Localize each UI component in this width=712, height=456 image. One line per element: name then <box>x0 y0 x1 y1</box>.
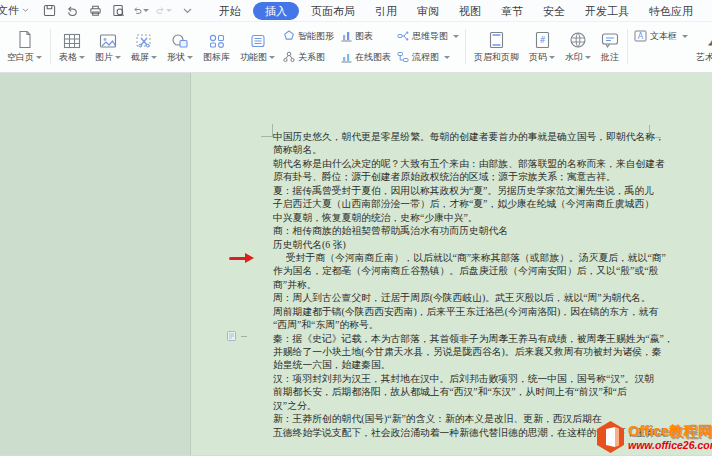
watermark-button[interactable]: 水印 <box>560 24 596 69</box>
office-hexagon-icon <box>595 420 626 454</box>
chevron-down-icon <box>682 35 688 38</box>
logo-url: www.office26.com <box>628 440 712 451</box>
header-footer-button[interactable]: 页眉和页脚 <box>469 24 524 69</box>
doc-line[interactable]: 秦：据《史记》记载，本为古部落，其首领非子为周孝王养马有成绩，被周孝王赐姓为“嬴… <box>273 332 693 345</box>
relation-diagram-button[interactable]: 关系图 <box>280 48 337 67</box>
header-footer-icon <box>489 31 504 49</box>
tab-审阅[interactable]: 审阅 <box>407 2 449 20</box>
mind-map-icon <box>397 30 409 42</box>
document-text: 中国历史悠久，朝代更是零星纷繁。每朝的创建者要首办的事就是确立国号，即朝代名称，… <box>273 130 693 439</box>
doc-line[interactable]: 作为国名，定都亳（今河南商丘谷熟镇）。后盘庚迁殷（今河南安阳）后，又以“殷”或“… <box>273 264 693 277</box>
doc-line[interactable]: 简称朝名。 <box>273 143 693 156</box>
file-menu-label: 文件 <box>0 3 19 18</box>
table-button[interactable]: 表格 <box>54 24 90 69</box>
word-art-button[interactable]: A 艺术字 <box>691 24 712 69</box>
doc-line[interactable]: 前期都长安，后期都洛阳，故从都城上有“西汉”和“东汉”，从时间上有“前汉”和“后 <box>273 385 693 398</box>
redo-dropdown-caret[interactable] <box>166 9 172 12</box>
ribbon-separator <box>465 29 466 64</box>
function-diagram-icon <box>249 33 267 49</box>
quick-access-toolbar <box>41 3 195 19</box>
undo-button[interactable] <box>133 3 149 19</box>
doc-line[interactable]: 汉”之分。 <box>273 399 693 412</box>
doc-line[interactable]: 历史朝代名(6 张) <box>273 238 693 251</box>
doc-line[interactable]: 始皇统一六国，始建秦国。 <box>273 358 693 371</box>
page-number-button[interactable]: # 页码 <box>524 24 560 69</box>
chevron-down-icon <box>183 8 192 14</box>
smart-graphics-button[interactable]: 智能图形 <box>280 27 337 46</box>
revision-margin-marker[interactable] <box>227 331 247 341</box>
relation-diagram-label: 关系图 <box>298 51 325 64</box>
stack-spacer <box>631 48 691 67</box>
mind-map-button[interactable]: 思维导图 <box>394 27 462 46</box>
export-icon <box>66 4 79 17</box>
doc-line[interactable]: “西周”和“东周”的称号。 <box>273 318 693 331</box>
textbox-stack: A 文本框 <box>631 24 691 69</box>
customize-toolbar-button[interactable] <box>179 3 195 19</box>
tab-页面布局[interactable]: 页面布局 <box>301 2 365 20</box>
word-art-label: 艺术字 <box>696 51 712 64</box>
doc-line[interactable]: 夏：据传禹曾受封于夏伯，因用以称其政权为“夏”。另据历史学家范文澜先生说，禹的儿 <box>273 184 693 197</box>
redo-icon <box>156 4 165 17</box>
chevron-down-icon <box>585 56 591 59</box>
picture-button[interactable]: 图片 <box>90 24 126 69</box>
doc-line[interactable]: 受封于商（今河南商丘南），以后就以“商”来称其部落（或部族）。汤灭夏后，就以“商… <box>273 251 693 264</box>
doc-line[interactable]: 中兴夏朝，恢复夏朝的统治，史称“少康中兴”。 <box>273 211 693 224</box>
document-canvas: 中国历史悠久，朝代更是零星纷繁。每朝的创建者要首办的事就是确立国号，即朝代名称，… <box>0 73 712 455</box>
chart-label: 图表 <box>355 30 373 43</box>
tab-章节[interactable]: 章节 <box>491 2 533 20</box>
tab-文档助手[interactable]: 文档助手 <box>703 2 712 20</box>
tab-安全[interactable]: 安全 <box>533 2 575 20</box>
picture-icon <box>99 33 117 49</box>
icon-library-icon <box>208 33 226 49</box>
doc-line[interactable]: 商：相传商族的始祖契曾帮助禹治水有功而历史朝代名 <box>273 224 693 237</box>
doc-line[interactable]: 朝代名称是由什么决定的呢？大致有五个来由：由部族、部落联盟的名称而来，来自创建者 <box>273 157 693 170</box>
relation-diagram-icon <box>283 51 295 63</box>
print-preview-button[interactable] <box>110 3 126 19</box>
ribbon-separator <box>627 29 628 64</box>
smart-graphics-icon <box>283 30 295 42</box>
doc-line[interactable]: 周前期建都于镐(今陕西西安西南)，后来平王东迁洛邑(今河南洛阳)，因在镐的东方，… <box>273 305 693 318</box>
doc-line[interactable]: 汉：项羽封刘邦为汉王，其封地在汉中。后刘邦击败项羽，统一中国，国号称“汉”。汉朝 <box>273 372 693 385</box>
mind-map-label: 思维导图 <box>412 30 448 43</box>
tab-引用[interactable]: 引用 <box>365 2 407 20</box>
doc-line[interactable]: 子启西迁大夏（山西南部汾浍一带）后，才称“夏”，姒少康在纶城（今河南商丘虞城西） <box>273 197 693 210</box>
shapes-button[interactable]: 形状 <box>162 24 198 69</box>
online-chart-button[interactable]: 在线图表 <box>337 48 394 67</box>
office26-watermark-logo: Office教程网 www.office26.com <box>595 418 712 455</box>
undo-dropdown-caret[interactable] <box>143 9 149 12</box>
text-box-label: 文本框 <box>650 30 677 43</box>
flow-chart-button[interactable]: 流程图 <box>394 48 462 67</box>
tab-开发工具[interactable]: 开发工具 <box>575 2 639 20</box>
file-menu-button[interactable]: 文件 <box>0 3 33 18</box>
tab-开始[interactable]: 开始 <box>209 2 251 20</box>
export-button[interactable] <box>64 3 80 19</box>
doc-line[interactable]: 周：周人到古公亶父时，迁居于周原(今陕西岐山)。武王灭殷以后，就以“周”为朝代名… <box>273 291 693 304</box>
chart-button[interactable]: 图表 <box>337 27 394 46</box>
doc-line[interactable]: 中国历史悠久，朝代更是零星纷繁。每朝的创建者要首办的事就是确立国号，即朝代名称， <box>273 130 693 143</box>
shapes-label: 形状 <box>167 51 185 64</box>
chevron-down-icon <box>79 56 85 59</box>
ribbon-separator <box>50 29 51 64</box>
tab-视图[interactable]: 视图 <box>449 2 491 20</box>
blank-page-icon <box>17 30 33 49</box>
graphics-stack: 智能图形 关系图 <box>280 24 337 69</box>
save-button[interactable] <box>41 3 57 19</box>
ribbon-tabs: 开始插入页面布局引用审阅视图章节安全开发工具特色应用文档助手 <box>209 2 712 20</box>
doc-line[interactable]: 并赐给了一小块土地(今甘肃天水县，另说是陇西谷名)。后来襄又救周有功被封为诸侯，… <box>273 345 693 358</box>
text-box-button[interactable]: A 文本框 <box>631 27 691 46</box>
tab-特色应用[interactable]: 特色应用 <box>639 2 703 20</box>
page-number-icon: # <box>535 31 550 49</box>
icon-library-button[interactable]: 图标库 <box>198 24 235 69</box>
doc-line[interactable]: 商”并称。 <box>273 278 693 291</box>
screenshot-button[interactable]: 截屏 <box>126 24 162 69</box>
blank-page-button[interactable]: 空白页 <box>2 24 47 69</box>
tab-插入[interactable]: 插入 <box>253 2 299 20</box>
tab-bar: 文件 开始插入页面布局引用审阅视图章节安全开发工具特色应用文档助手 查找 <box>0 0 712 22</box>
doc-line[interactable]: 原有卦号、爵位；源于创建者原始政权统治的区域；源于宗族关系；寓意吉祥。 <box>273 170 693 183</box>
redo-button[interactable] <box>156 3 172 19</box>
print-button[interactable] <box>87 3 103 19</box>
header-footer-label: 页眉和页脚 <box>474 51 519 64</box>
document-page[interactable]: 中国历史悠久，朝代更是零星纷繁。每朝的创建者要首办的事就是确立国号，即朝代名称，… <box>190 73 712 455</box>
comment-button[interactable]: 批注 <box>596 24 624 69</box>
function-diagram-button[interactable]: 功能图 <box>235 24 280 69</box>
